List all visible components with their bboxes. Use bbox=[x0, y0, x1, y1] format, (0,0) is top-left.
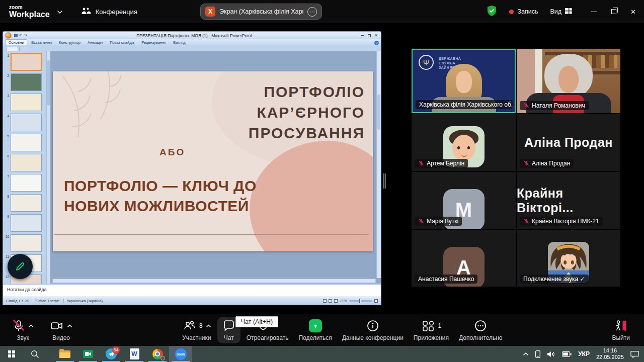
slide-sorter-icon[interactable] bbox=[329, 299, 332, 303]
ribbon-tab-slideshow[interactable]: Показ слайдів bbox=[107, 40, 137, 45]
redo-icon[interactable]: ↷ bbox=[24, 34, 28, 38]
taskbar-file-explorer[interactable] bbox=[53, 346, 76, 362]
ppt-minimize-button[interactable] bbox=[361, 35, 364, 36]
slide-thumbnail[interactable]: 5 bbox=[4, 134, 45, 151]
action-center-icon[interactable] bbox=[630, 350, 639, 358]
ppt-restore-button[interactable] bbox=[368, 34, 371, 37]
participant-name-label: Харківська філія Харківського об... bbox=[416, 100, 513, 109]
phone-link-icon[interactable] bbox=[535, 350, 540, 358]
taskbar-search-button[interactable] bbox=[23, 346, 46, 362]
thumbnail-scrollbar[interactable] bbox=[46, 51, 50, 284]
meeting-info-button[interactable]: Данные конференции bbox=[337, 317, 409, 343]
security-shield-icon[interactable] bbox=[487, 5, 497, 19]
slide-thumbnail[interactable]: 4 bbox=[4, 114, 45, 131]
logo-zoom-text: zoom bbox=[9, 5, 50, 10]
slide-thumbnail[interactable]: 1 bbox=[4, 53, 45, 71]
help-icon[interactable]: ? bbox=[374, 41, 379, 45]
participant-gallery: Ψ ДЕРЖАВНА СЛУЖБА ЗАЙНЯТОСТІ Харківська … bbox=[412, 49, 620, 287]
more-button[interactable]: Дополнительно bbox=[454, 317, 507, 343]
recording-dot-icon bbox=[509, 10, 514, 14]
taskbar-clock[interactable]: 14:16 22.05.2025 bbox=[596, 347, 624, 360]
slide-thumbnail[interactable]: 2 bbox=[4, 73, 45, 91]
slide-vertical-scrollbar[interactable] bbox=[376, 51, 381, 278]
slide-thumbnail[interactable]: 6 bbox=[4, 154, 45, 171]
outline-pane-tab[interactable] bbox=[19, 47, 31, 51]
slideshow-view-icon[interactable] bbox=[334, 299, 338, 303]
share-tab-more-icon[interactable]: ⋯ bbox=[307, 7, 317, 17]
chevron-down-icon[interactable] bbox=[57, 7, 63, 16]
participant-name-label: Подключение звука ✓ bbox=[520, 275, 589, 284]
participant-tile-initial[interactable]: М Марія Вуткі bbox=[412, 172, 516, 229]
info-icon bbox=[366, 319, 379, 332]
taskbar-zoom[interactable]: zoom bbox=[169, 346, 192, 362]
ribbon-tab-design[interactable]: Конструктор bbox=[56, 40, 84, 45]
ribbon-tab-home[interactable]: Основне bbox=[5, 39, 27, 45]
chrome-profile-badge bbox=[160, 356, 165, 360]
thumbnail-image bbox=[11, 73, 42, 91]
slide-thumbnail[interactable]: 10 bbox=[4, 234, 45, 252]
chevron-up-icon[interactable] bbox=[206, 324, 211, 328]
taskbar-chrome[interactable] bbox=[146, 346, 169, 362]
participants-button[interactable]: 8 Участники bbox=[177, 317, 216, 343]
hidden-icons-chevron[interactable] bbox=[523, 352, 529, 356]
slide-horizontal-scrollbar[interactable] bbox=[52, 279, 376, 283]
taskbar-google-meet[interactable] bbox=[76, 346, 100, 362]
participant-tile-avatar[interactable]: Артем Берлін bbox=[412, 114, 516, 171]
tab-shared-screen[interactable]: X Экран (Харківська філія Харківсь ⋯ bbox=[200, 4, 322, 20]
ribbon-tab-review[interactable]: Рецензування bbox=[138, 40, 169, 45]
minimize-button[interactable] bbox=[591, 12, 597, 12]
slide-editing-area: ПОРТФОЛІО КАР’ЄРНОГО ПРОСУВАННЯ АБО ПОРТ… bbox=[50, 51, 381, 284]
taskbar-telegram[interactable]: 84 bbox=[100, 346, 123, 362]
slide-thumbnail[interactable]: 3 bbox=[4, 94, 45, 111]
notes-pane[interactable]: Нотатки до слайда bbox=[3, 284, 381, 297]
apps-icon bbox=[421, 319, 435, 332]
tab-conference[interactable]: Конференция bbox=[81, 7, 137, 17]
taskbar-word[interactable]: W bbox=[123, 346, 146, 362]
apps-count: 1 bbox=[438, 322, 442, 329]
slides-pane-tab[interactable] bbox=[6, 47, 18, 51]
chevron-up-icon[interactable] bbox=[67, 324, 72, 328]
participants-icon bbox=[182, 319, 196, 332]
volume-icon[interactable] bbox=[547, 351, 555, 357]
participants-count: 8 bbox=[199, 322, 203, 329]
save-icon[interactable] bbox=[14, 34, 18, 37]
undo-icon[interactable]: ↶ bbox=[19, 34, 23, 38]
view-button[interactable]: Вид bbox=[550, 8, 572, 16]
zoom-slider[interactable] bbox=[349, 300, 372, 302]
ribbon-tab-view[interactable]: Вигляд bbox=[170, 40, 189, 45]
slide-thumbnail[interactable]: 9 bbox=[4, 214, 45, 232]
start-button[interactable] bbox=[0, 346, 23, 362]
participant-tile-name[interactable]: Крайня Вікторі... Крайня Вікторія ПМК-21 bbox=[517, 172, 620, 229]
language-indicator[interactable]: УКР bbox=[578, 350, 590, 357]
slide-thumbnail[interactable]: 7 bbox=[4, 174, 45, 192]
windows-logo-icon bbox=[8, 350, 15, 357]
close-button[interactable]: ✕ bbox=[630, 9, 636, 15]
annotation-pencil-button[interactable] bbox=[8, 254, 33, 279]
participant-tile-avatar[interactable]: Подключение звука ✓ bbox=[517, 230, 620, 287]
ribbon-tab-animations[interactable]: Анімація bbox=[85, 40, 106, 45]
slide-thumbnail[interactable]: 8 bbox=[4, 194, 45, 212]
video-button[interactable]: Видео bbox=[45, 317, 77, 343]
quick-access-toolbar[interactable]: ↶↷ bbox=[14, 34, 27, 38]
taskbar-time: 14:16 bbox=[596, 347, 624, 354]
chevron-up-icon[interactable] bbox=[28, 324, 34, 328]
leave-door-icon bbox=[613, 319, 628, 332]
share-screen-button[interactable]: Поделиться bbox=[293, 317, 337, 343]
participant-tile-name[interactable]: Аліна Продан Аліна Продан bbox=[517, 114, 620, 171]
ribbon-tab-insert[interactable]: Вставлення bbox=[28, 40, 55, 45]
ppt-close-button[interactable]: ✕ bbox=[374, 34, 378, 38]
participant-tile-sharing[interactable]: Ψ ДЕРЖАВНА СЛУЖБА ЗАЙНЯТОСТІ Харківська … bbox=[412, 49, 516, 113]
office-button[interactable] bbox=[5, 32, 12, 39]
apps-button[interactable]: 1 Приложения bbox=[409, 317, 454, 343]
panel-resize-handle[interactable] bbox=[383, 173, 386, 189]
fit-to-window-icon[interactable] bbox=[374, 299, 378, 303]
normal-view-icon[interactable] bbox=[323, 299, 327, 303]
current-slide[interactable]: ПОРТФОЛІО КАР’ЄРНОГО ПРОСУВАННЯ АБО ПОРТ… bbox=[53, 71, 373, 251]
leave-button[interactable]: Выйти bbox=[607, 317, 635, 343]
audio-button[interactable]: Звук bbox=[7, 317, 39, 343]
battery-icon[interactable] bbox=[562, 351, 572, 357]
participant-tile-video[interactable]: Наталя Романович bbox=[517, 49, 620, 113]
restore-button[interactable] bbox=[611, 9, 616, 14]
participant-tile-initial[interactable]: А Анастасия Пашечко bbox=[412, 230, 516, 287]
chat-button[interactable]: Чат (Alt+H) Чат bbox=[217, 317, 240, 343]
